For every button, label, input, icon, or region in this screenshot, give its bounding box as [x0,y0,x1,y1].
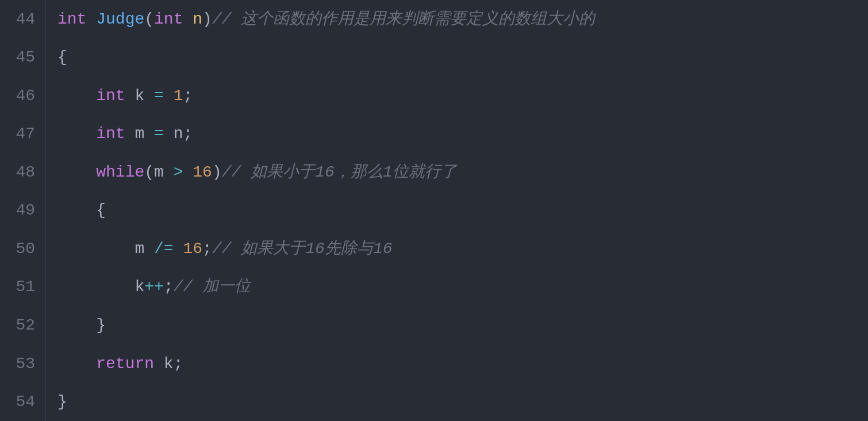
token-indent-50 [57,236,135,261]
token-var-k-53: k [164,351,174,376]
token-indent-46 [57,83,96,108]
code-line-49: { [57,192,868,230]
line-num-48: 48 [0,153,45,192]
line-num-53: 53 [0,345,45,383]
token-while: while [96,160,144,185]
token-num-16-50: 16 [183,236,202,261]
token-paren-open-44: ( [144,7,154,32]
token-plusplus: ++ [144,274,164,299]
token-brace-open-45: { [57,45,67,70]
token-indent-53 [57,351,96,376]
code-line-50: m /= 16;// 如果大于16先除与16 [57,229,868,268]
token-semi-50: ; [202,236,212,261]
line-num-47: 47 [0,115,45,154]
token-paren-close-44: ) [202,7,212,32]
token-brace-close-52: } [96,313,106,338]
line-number-gutter: 44 45 46 47 48 49 50 51 52 53 54 [0,0,46,421]
token-space-46 [164,83,174,108]
token-space-50 [174,236,183,261]
token-space-47 [164,121,174,146]
token-semi-53: ; [174,351,183,376]
token-semi-47: ; [183,121,193,146]
token-brace-close-54: } [57,389,67,414]
token-comment-44: // 这个函数的作用是用来判断需要定义的数组大小的 [212,7,595,32]
token-num-1: 1 [174,83,183,108]
token-comment-48: // 如果小于16，那么1位就行了 [222,160,457,185]
token-comment-51: // 加一位 [174,274,251,299]
token-indent-47 [57,121,96,146]
token-gt: > [174,160,183,185]
token-num-16-48: 16 [193,160,212,185]
line-num-50: 50 [0,229,45,268]
token-var-m-48: m [154,160,174,185]
line-num-45: 45 [0,39,45,77]
token-var-k-51: k [135,274,144,299]
token-comment-50: // 如果大于16先除与16 [212,236,393,261]
line-num-46: 46 [0,76,45,115]
line-num-51: 51 [0,268,45,307]
token-semi-51: ; [164,274,174,299]
token-paren-open-48: ( [144,160,154,185]
line-num-54: 54 [0,382,45,421]
token-indent-48 [57,160,96,185]
code-line-47: int m = n; [57,115,868,154]
token-divassign: /= [154,236,174,261]
token-brace-open-49: { [96,198,106,223]
token-indent-49 [57,198,96,223]
token-eq-47: = [154,121,164,146]
token-return: return [96,351,164,376]
token-int-47: int [96,121,135,146]
code-editor: 44 45 46 47 48 49 50 51 52 53 54 int Jud… [0,0,868,421]
code-content: int Judge(int n)// 这个函数的作用是用来判断需要定义的数组大小… [46,0,868,421]
token-var-m: m [135,121,154,146]
token-space-48 [183,160,193,185]
code-line-51: k++;// 加一位 [57,268,868,307]
token-int-46: int [96,83,135,108]
code-line-52: } [57,306,868,345]
code-line-48: while(m > 16)// 如果小于16，那么1位就行了 [57,153,868,192]
token-judge: Judge [96,7,144,32]
code-line-54: } [57,382,868,421]
token-indent-51 [57,274,135,299]
code-line-45: { [57,39,868,77]
token-paren-close-48: ) [212,160,222,185]
code-line-44: int Judge(int n)// 这个函数的作用是用来判断需要定义的数组大小… [57,0,868,39]
line-num-49: 49 [0,192,45,230]
token-eq-46: = [154,83,164,108]
token-var-m-50: m [135,236,154,261]
token-param-n: n [193,7,202,32]
token-indent-52 [57,313,96,338]
token-semi-46: ; [183,83,193,108]
code-line-53: return k; [57,345,868,383]
token-int-44: int [57,7,96,32]
line-num-52: 52 [0,306,45,345]
code-line-46: int k = 1; [57,76,868,115]
line-num-44: 44 [0,0,45,39]
token-var-n-47: n [174,121,183,146]
token-var-k: k [135,83,154,108]
token-int-param: int [154,7,193,32]
